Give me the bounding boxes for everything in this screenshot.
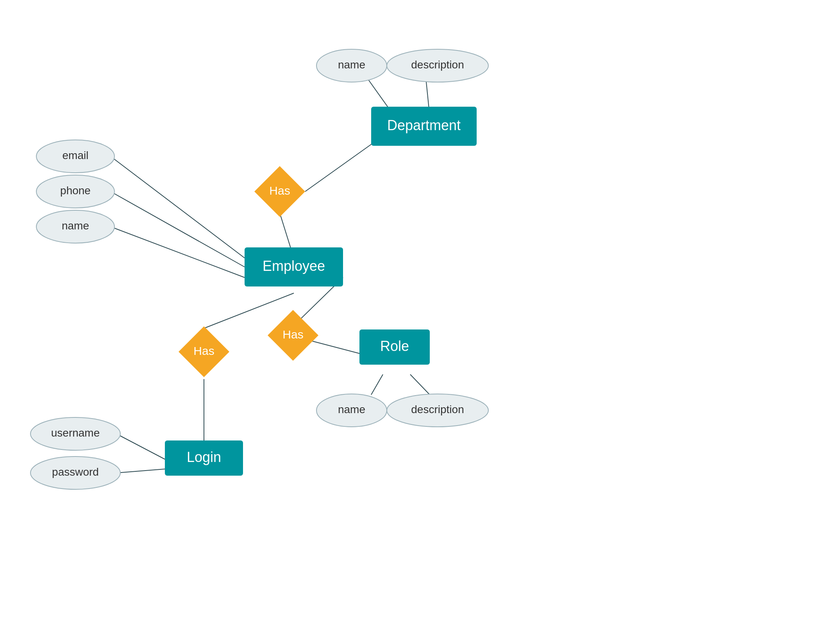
attr-phone-label: phone [60, 184, 91, 197]
relation-has-dept-label: Has [269, 184, 290, 197]
attr-role-desc-label: description [411, 403, 464, 415]
relation-has-role-label: Has [282, 328, 303, 341]
line-hasdept-dept [305, 136, 383, 192]
entity-department-label: Department [387, 117, 461, 133]
entity-role-label: Role [380, 338, 409, 354]
line-password-login [116, 469, 165, 473]
line-username-login [116, 434, 165, 459]
line-name-employee [111, 227, 245, 277]
attr-dept-desc-label: description [411, 59, 464, 71]
attr-dept-name-label: name [338, 59, 365, 71]
er-diagram: Employee Department Login Role Has Has H… [0, 0, 840, 623]
line-roledesc-role [410, 374, 430, 395]
entity-employee-label: Employee [263, 258, 325, 274]
attr-emp-name-label: name [62, 220, 89, 232]
line-phone-employee [111, 192, 245, 267]
line-rolename-role [371, 374, 383, 395]
line-email-employee [111, 156, 245, 258]
attr-role-name-label: name [338, 403, 365, 415]
attr-username-label: username [51, 427, 100, 439]
relation-has-login-label: Has [193, 344, 214, 357]
attr-email-label: email [63, 149, 89, 161]
attr-password-label: password [52, 466, 99, 478]
entity-login-label: Login [187, 449, 221, 465]
